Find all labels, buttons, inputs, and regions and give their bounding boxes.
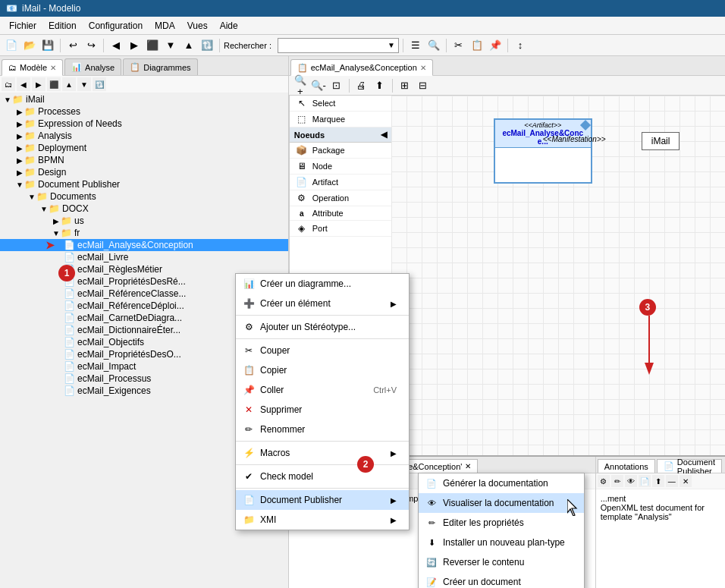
snap-btn[interactable]: ⊟ [415, 77, 432, 94]
expand-expression[interactable]: ▶ [15, 119, 24, 128]
ctx-create-diag[interactable]: 📊 Créer un diagramme... [236, 274, 409, 294]
palette-package[interactable]: 📦 Package [290, 143, 391, 159]
ctx-check[interactable]: ✔ Check model [236, 467, 409, 486]
expand-analysis[interactable]: ▶ [15, 131, 24, 140]
search-input[interactable] [281, 41, 388, 50]
new-btn[interactable]: 📄 [3, 37, 20, 54]
palette-nodes-expand[interactable]: ◀ [381, 130, 387, 140]
tree-item-processes[interactable]: ▶ 📁 Processes [0, 105, 288, 118]
sub-ctx-vis-doc[interactable]: 👁 Visualiser la documentation [419, 493, 584, 513]
tab-diagrammes[interactable]: 📋 Diagrammes [123, 58, 197, 75]
filter-btn[interactable]: 🔍 [425, 37, 442, 54]
sub-ctx-reverse[interactable]: 🔄 Reverser le contenu [419, 552, 584, 572]
tree-item-ecmail-livre[interactable]: 📄 ecMail_Livre [0, 251, 288, 263]
tree-item-bpmn[interactable]: ▶ 📁 BPMN [0, 154, 288, 166]
br-btn2[interactable]: ✏ [611, 475, 623, 487]
ctx-rename[interactable]: ✏ Renommer [236, 420, 409, 439]
expand-documents[interactable]: ▼ [27, 192, 36, 201]
copy-btn2[interactable]: 📋 [469, 37, 485, 54]
artifact-box[interactable]: <<Artifact>> ecMail_Analyse&Conce... [494, 118, 592, 184]
sort-btn[interactable]: ↕ [512, 37, 529, 54]
br-btn4[interactable]: 📄 [639, 475, 651, 487]
zoom-fit-btn[interactable]: ⊡ [328, 77, 345, 94]
back-btn[interactable]: ◀ [108, 37, 124, 54]
tree-item-expression[interactable]: ▶ 📁 Expression of Needs [0, 118, 288, 130]
palette-artifact[interactable]: 📄 Artifact [290, 175, 391, 190]
cut-btn2[interactable]: ✂ [450, 37, 467, 54]
menu-fichier[interactable]: Fichier [3, 19, 42, 33]
export-btn[interactable]: ⬆ [372, 77, 388, 94]
palette-nodes-header[interactable]: Noeuds ◀ [290, 127, 391, 143]
expand-fr[interactable]: ▼ [52, 228, 61, 237]
redo-btn[interactable]: ↪ [83, 37, 99, 54]
tree-item-imail[interactable]: ▼ 📁 iMail [0, 93, 288, 105]
tab-modele-close[interactable]: ✕ [50, 64, 56, 72]
tree-item-docx[interactable]: ▼ 📁 DOCX [0, 203, 288, 215]
ctx-delete[interactable]: ✕ Supprimer [236, 400, 409, 420]
tree-item-analysis[interactable]: ▶ 📁 Analysis [0, 130, 288, 142]
tree-btn6[interactable]: ▼ [77, 77, 91, 91]
palette-attribute[interactable]: a Attribute [290, 206, 391, 221]
list-btn[interactable]: ☰ [407, 37, 424, 54]
open-btn[interactable]: 📂 [21, 37, 38, 54]
palette-marquee[interactable]: ⬚ Marquee [290, 112, 391, 127]
ctx-copy[interactable]: 📋 Copier [236, 360, 409, 380]
grid-btn[interactable]: ⊞ [397, 77, 413, 94]
br-btn5[interactable]: ⬆ [652, 475, 664, 487]
br-btn6[interactable]: — [666, 475, 678, 487]
expand-us[interactable]: ▶ [52, 216, 61, 225]
menu-configuration[interactable]: Configuration [83, 19, 149, 33]
ctx-paste[interactable]: 📌 Coller Ctrl+V [236, 380, 409, 400]
ctx-add-stereo[interactable]: ⚙ Ajouter un Stéréotype... [236, 317, 409, 337]
ctx-create-elem[interactable]: ➕ Créer un élément ▶ [236, 294, 409, 313]
expand-deployment[interactable]: ▶ [15, 143, 24, 153]
undo-btn[interactable]: ↩ [64, 37, 81, 54]
br-btn7[interactable]: ✕ [679, 475, 692, 487]
sub-ctx-edit-props[interactable]: ✏ Editer les propriétés [419, 513, 584, 533]
bottom-tab-desc-x[interactable]: ✕ [465, 462, 471, 470]
zoom-out-btn[interactable]: 🔍- [310, 77, 327, 94]
tree-item-documents[interactable]: ▼ 📁 Documents [0, 190, 288, 203]
tree-item-docpub[interactable]: ▼ 📁 Document Publisher [0, 178, 288, 190]
tree-item-design[interactable]: ▶ 📁 Design [0, 166, 288, 178]
tab-analyse[interactable]: 📊 Analyse [64, 58, 121, 75]
ctx-docpub[interactable]: 📄 Document Publisher ▶ [236, 490, 409, 510]
save-btn[interactable]: 💾 [39, 37, 56, 54]
menu-mda[interactable]: MDA [149, 19, 181, 33]
print-btn[interactable]: 🖨 [353, 77, 370, 94]
palette-node[interactable]: 🖥 Node [290, 159, 391, 175]
search-dropdown-btn[interactable]: ▼ [388, 41, 395, 49]
expand-btn[interactable]: ▼ [162, 37, 179, 54]
tree-btn4[interactable]: ⬛ [47, 77, 61, 91]
ctx-cut[interactable]: ✂ Couper [236, 341, 409, 360]
tree-item-fr[interactable]: ▼ 📁 fr [0, 227, 288, 239]
ctx-macros[interactable]: ⚡ Macros ▶ [236, 443, 409, 463]
refresh-btn[interactable]: 🔃 [199, 37, 215, 54]
palette-select[interactable]: ↖ Select [290, 96, 391, 112]
diagram-canvas[interactable]: <<Artifact>> ecMail_Analyse&Conce... iMa… [391, 96, 725, 455]
home-btn[interactable]: ⬛ [144, 37, 161, 54]
palette-operation[interactable]: ⚙ Operation [290, 190, 391, 206]
tab-diagram[interactable]: 📋 ecMail_Analyse&Conception ✕ [290, 59, 433, 76]
sub-ctx-create-doc[interactable]: 📝 Créer un document [419, 572, 584, 588]
expand-processes[interactable]: ▶ [15, 107, 24, 116]
br-btn1[interactable]: ⚙ [598, 475, 610, 487]
paste-btn2[interactable]: 📌 [487, 37, 504, 54]
up-btn[interactable]: ▲ [180, 37, 197, 54]
tree-btn3[interactable]: ▶ [32, 77, 46, 91]
bottom-tab-annotations[interactable]: Annotations [598, 459, 655, 473]
tab-modele[interactable]: 🗂 Modèle ✕ [2, 59, 63, 76]
tree-item-deployment[interactable]: ▶ 📁 Deployment [0, 142, 288, 154]
ctx-xmi[interactable]: 📁 XMI ▶ [236, 510, 409, 530]
tab-diagram-close[interactable]: ✕ [420, 64, 426, 72]
br-btn3[interactable]: 👁 [625, 475, 637, 487]
tree-btn5[interactable]: ▲ [62, 77, 76, 91]
expand-imail[interactable]: ▼ [3, 95, 12, 104]
imail-diagram-box[interactable]: iMail [642, 132, 680, 150]
menu-edition[interactable]: Edition [42, 19, 83, 33]
bottom-tab-docpub[interactable]: 📄 Document Publisher [657, 459, 722, 473]
palette-port[interactable]: ◈ Port [290, 221, 391, 237]
menu-aide[interactable]: Aide [214, 19, 244, 33]
fwd-btn[interactable]: ▶ [126, 37, 143, 54]
tree-item-ecmail-analyse[interactable]: 📄 ecMail_Analyse&Conception [0, 239, 288, 251]
